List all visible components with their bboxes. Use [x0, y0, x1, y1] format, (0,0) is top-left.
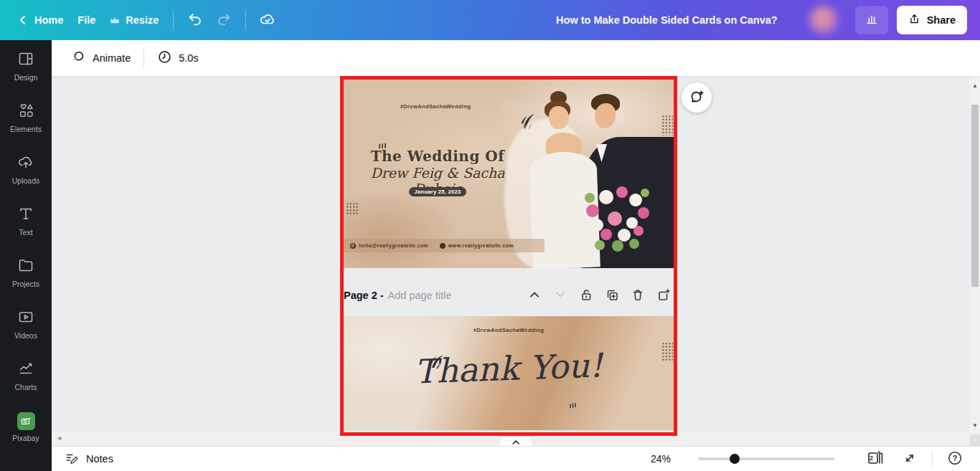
page-count-value: 2 [870, 455, 873, 462]
redo-icon [216, 11, 232, 29]
sidebar: Design Elements Uploads Text Projects [0, 40, 52, 471]
scroll-left-arrow[interactable]: ◄ [56, 434, 62, 442]
page-title-placeholder[interactable]: Add page title [388, 290, 452, 301]
upload-icon [908, 13, 920, 27]
scroll-up-arrow[interactable]: ▲ [970, 80, 980, 90]
document-title[interactable]: How to Make Double Sided Cards on Canva? [556, 14, 778, 26]
canvas-workspace[interactable]: #DrewAndSachaWedding The Wedding Of Drew… [52, 76, 980, 446]
fullscreen-button[interactable] [897, 449, 922, 469]
help-icon: ? [947, 450, 963, 468]
undo-button[interactable] [181, 6, 209, 34]
zoom-slider-thumb[interactable] [730, 454, 740, 464]
page1-hashtag-text[interactable]: #DrewAndSachaWedding [364, 103, 507, 110]
stats-button[interactable] [855, 6, 888, 34]
lock-page-button[interactable] [576, 285, 596, 305]
topbar-right-group: How to Make Double Sided Cards on Canva?… [556, 0, 980, 40]
accent-strokes [567, 401, 580, 414]
sidebar-item-videos[interactable]: Videos [0, 298, 52, 350]
expand-arrows-icon [903, 451, 917, 467]
page2-hashtag-text[interactable]: #DrewAndSachaWedding [401, 327, 616, 333]
dot-grid-ornament [346, 202, 359, 216]
zoom-slider-track [698, 457, 834, 460]
topbar: Home File Resize [0, 0, 980, 40]
dot-grid-ornament [661, 342, 673, 361]
pages-icon [866, 449, 885, 469]
chevron-down-icon [554, 288, 567, 303]
sidebar-label: Uploads [12, 176, 40, 185]
bride-face-photo [549, 106, 569, 129]
animate-button[interactable]: Animate [63, 44, 138, 72]
duration-button[interactable]: 5.0s [150, 44, 205, 72]
file-label: File [77, 14, 95, 26]
design-icon [17, 50, 34, 70]
sidebar-label: Charts [15, 383, 37, 391]
page2-header-row: Page 2 - Add page title [344, 285, 674, 306]
move-page-up-button[interactable] [524, 285, 545, 305]
bottombar-right-group: 24% 2 ? [651, 449, 967, 469]
page1-date-pill[interactable]: January 25, 2023 [409, 187, 466, 196]
sidebar-item-charts[interactable]: Charts [0, 350, 52, 401]
sidebar-item-text[interactable]: Text [0, 195, 52, 247]
element-toolbar: Animate 5.0s [52, 40, 980, 76]
projects-icon [17, 257, 34, 276]
undo-icon [187, 11, 203, 29]
page1-contact-band[interactable]: @ hello@reallygreatsite.com www.reallygr… [344, 239, 545, 252]
sidebar-item-design[interactable]: Design [0, 40, 52, 92]
cloud-check-icon [259, 11, 276, 30]
add-page-button[interactable] [654, 285, 674, 305]
sidebar-item-projects[interactable]: Projects [0, 247, 52, 298]
sidebar-item-elements[interactable]: Elements [0, 92, 52, 143]
zoom-slider[interactable] [698, 454, 834, 464]
share-label: Share [927, 14, 956, 26]
sidebar-label: Elements [10, 125, 42, 133]
chevron-up-icon [528, 288, 541, 303]
videos-icon [17, 308, 34, 328]
share-button[interactable]: Share [897, 6, 967, 34]
animate-label: Animate [93, 52, 131, 64]
zoom-level-value: 24% [651, 453, 671, 465]
website-text: www.reallygreatsite.com [448, 243, 514, 248]
sidebar-item-uploads[interactable]: Uploads [0, 143, 52, 195]
file-menu-button[interactable]: File [70, 6, 103, 34]
email-item: @ hello@reallygreatsite.com [350, 243, 428, 249]
notes-label: Notes [86, 453, 113, 465]
pixabay-icon [17, 412, 35, 430]
scroll-down-arrow[interactable]: ▼ [970, 420, 980, 430]
topbar-left-group: Home File Resize [0, 0, 282, 40]
bouquet-photo [585, 184, 654, 256]
help-button[interactable]: ? [943, 449, 967, 469]
avatar[interactable] [809, 6, 838, 34]
collapse-panel-tab[interactable] [499, 437, 532, 446]
notes-button[interactable]: Notes [65, 451, 113, 467]
elements-icon [17, 102, 34, 121]
home-button[interactable]: Home [10, 6, 70, 34]
page2-message-text[interactable]: Thank You! [344, 343, 674, 394]
vertical-scrollbar[interactable]: ▲ ▼ [970, 76, 980, 434]
sidebar-label: Design [14, 73, 38, 82]
redo-button[interactable] [209, 6, 238, 34]
design-page-2[interactable]: #DrewAndSachaWedding Thank You! [344, 316, 674, 432]
email-icon: @ [350, 243, 356, 249]
vertical-scrollbar-thumb[interactable] [971, 105, 979, 287]
sidebar-label: Videos [14, 331, 37, 340]
text-icon [17, 205, 34, 224]
page-actions [524, 285, 674, 305]
globe-icon [440, 243, 446, 249]
bottombar-divider [932, 451, 933, 467]
sidebar-item-pixabay[interactable]: Pixabay [0, 401, 52, 453]
move-page-down-button[interactable] [550, 285, 570, 305]
resize-button[interactable]: Resize [103, 6, 166, 34]
page1-title-text[interactable]: The Wedding Of [344, 148, 532, 165]
page2-label: Page 2 - [344, 290, 384, 301]
sidebar-label: Text [19, 228, 32, 237]
add-comment-button[interactable] [682, 82, 712, 113]
unlock-icon [580, 288, 593, 303]
cloud-save-button[interactable] [253, 6, 282, 34]
delete-page-button[interactable] [628, 285, 648, 305]
duplicate-page-button[interactable] [602, 285, 622, 305]
sidebar-label: Projects [12, 280, 39, 288]
design-page-1[interactable]: #DrewAndSachaWedding The Wedding Of Drew… [344, 80, 674, 268]
grid-view-button[interactable]: 2 [863, 449, 887, 469]
email-text: hello@reallygreatsite.com [359, 243, 428, 248]
duplicate-page-icon [606, 288, 618, 303]
